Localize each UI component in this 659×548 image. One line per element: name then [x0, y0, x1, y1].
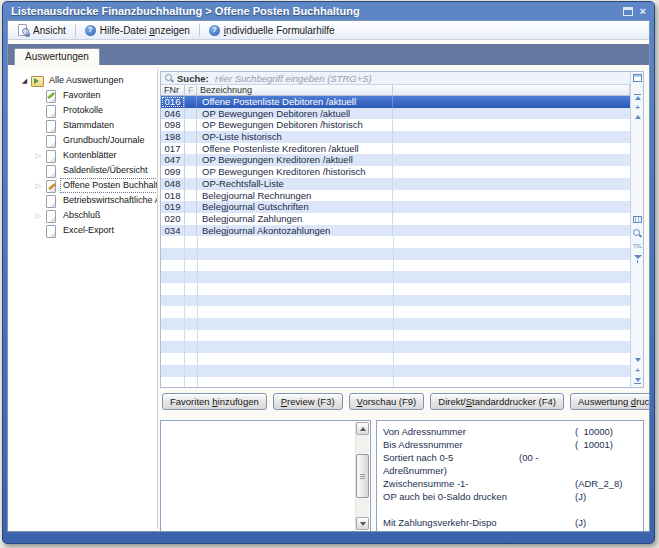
- info-line: [166, 447, 352, 459]
- list-header[interactable]: FNr F Bezeichnung: [161, 85, 630, 96]
- search-icon[interactable]: [632, 229, 643, 238]
- disclosure-icon[interactable]: [33, 148, 44, 163]
- list-row[interactable]: 020 Belegjournal Zahlungen: [161, 213, 630, 225]
- preview-button[interactable]: Preview (F3): [273, 393, 343, 410]
- move-down-icon[interactable]: +: [632, 368, 643, 374]
- empty-row: [161, 283, 630, 295]
- list-info-panel: [160, 420, 371, 531]
- cell-f: [185, 131, 197, 143]
- cell-empty: [393, 190, 630, 202]
- list-row[interactable]: 198 OP-Liste historisch: [161, 131, 630, 143]
- tree-item-label: Saldenliste/Übersicht: [61, 164, 150, 177]
- parameter-row: Adreßnummer): [383, 464, 637, 477]
- vorschau-button[interactable]: Vorschau (F9): [349, 393, 425, 410]
- cell-bezeichnung: OP Bewegungen Kreditoren /historisch: [197, 166, 393, 178]
- list-rows: 016 Offene Postenliste Debitoren /aktuel…: [161, 96, 630, 236]
- column-settings-icon[interactable]: [632, 216, 643, 223]
- cell-bezeichnung: OP Bewegungen Kreditoren /aktuell: [197, 154, 393, 166]
- corner-grid-icon[interactable]: [633, 74, 642, 82]
- cell-fnr: 034: [161, 225, 185, 237]
- cell-f: [185, 108, 197, 120]
- move-up-icon[interactable]: +: [632, 105, 643, 111]
- list-row[interactable]: 046 OP Bewegungen Debitoren /aktuell: [161, 108, 630, 120]
- tab-auswertungen[interactable]: Auswertungen: [14, 48, 100, 65]
- info-line: [166, 482, 352, 494]
- info-line: [166, 436, 352, 448]
- list-row[interactable]: 048 OP-Rechtsfall-Liste: [161, 178, 630, 190]
- tree-item[interactable]: Favoriten: [10, 88, 157, 103]
- filter-icon[interactable]: [632, 255, 643, 263]
- tree-item[interactable]: Abschluß: [10, 208, 157, 223]
- print-evaluation-button[interactable]: Auswertung drucken: [570, 393, 649, 410]
- toolbar-separator: [75, 24, 76, 37]
- direct-printer-button[interactable]: Direkt/Standarddrucker (F4): [430, 393, 564, 410]
- list-filler: [161, 236, 630, 388]
- column-header-fnr[interactable]: FNr: [161, 85, 185, 95]
- restore-window-icon[interactable]: [623, 7, 633, 16]
- list-row[interactable]: 034 Belegjournal Akontozahlungen: [161, 225, 630, 237]
- tree-item[interactable]: Stammdaten: [10, 118, 157, 133]
- disclosure-icon[interactable]: [33, 178, 44, 193]
- disclosure-icon[interactable]: [33, 208, 44, 223]
- search-bar[interactable]: Suche: Hier Suchbegriff eingeben (STRG+S…: [161, 72, 630, 85]
- tree-item[interactable]: Betriebswirtschaftliche Auswertungen: [10, 193, 157, 208]
- cell-f: [185, 119, 197, 131]
- parameter-row: [383, 503, 637, 516]
- evaluations-tree: Alle Auswertungen Favoriten Protokolle S…: [10, 69, 158, 529]
- tree-item[interactable]: Alle Auswertungen: [10, 73, 157, 88]
- individual-form-help-button[interactable]: ? individuelle Formularhilfe: [203, 24, 341, 37]
- parameter-value: (J): [575, 490, 586, 503]
- tree-item-label: Grundbuch/Journale: [61, 134, 147, 147]
- titlebar[interactable]: Listenausdrucke Finanzbuchhaltung > Offe…: [7, 2, 650, 20]
- cell-empty: [393, 119, 630, 131]
- disclosure-icon[interactable]: [19, 73, 30, 88]
- close-icon[interactable]: ×: [640, 6, 646, 16]
- arrow-down-icon[interactable]: [632, 358, 643, 362]
- list-row[interactable]: 017 Offene Postenliste Kreditoren /aktue…: [161, 143, 630, 155]
- column-header-f[interactable]: F: [185, 85, 197, 95]
- list-row[interactable]: 098 OP Bewegungen Debitoren /historisch: [161, 119, 630, 131]
- arrow-up-icon[interactable]: [632, 115, 643, 119]
- column-header-bezeichnung[interactable]: Bezeichnung: [197, 85, 393, 95]
- parameter-value: (J): [575, 516, 586, 529]
- parameter-value: (ADR_2_8): [575, 477, 623, 490]
- add-favorites-button[interactable]: Favoriten hinzufügen: [162, 393, 267, 410]
- empty-row: [161, 377, 630, 389]
- scroll-down-button[interactable]: [356, 517, 369, 530]
- cell-empty: [393, 166, 630, 178]
- cell-f: [185, 154, 197, 166]
- cell-bezeichnung: Belegjournal Zahlungen: [197, 213, 393, 225]
- scroll-to-bottom-icon[interactable]: [632, 378, 643, 384]
- list-row[interactable]: 018 Belegjournal Rechnungen: [161, 190, 630, 202]
- tree-item[interactable]: Saldenliste/Übersicht: [10, 163, 157, 178]
- list-info-text: [166, 424, 352, 531]
- scrollbar-thumb[interactable]: [356, 454, 369, 498]
- info-line: [166, 470, 352, 482]
- tree-item[interactable]: Offene Posten Buchhaltung: [10, 178, 157, 193]
- tree-item-label: Abschluß: [61, 209, 103, 222]
- list-row[interactable]: 047 OP Bewegungen Kreditoren /aktuell: [161, 154, 630, 166]
- txl-icon[interactable]: [632, 243, 643, 249]
- ansicht-button[interactable]: Ansicht: [11, 23, 72, 37]
- report-list-panel: Suche: Hier Suchbegriff eingeben (STRG+S…: [160, 71, 644, 388]
- list-row[interactable]: 019 Belegjournal Gutschriften: [161, 201, 630, 213]
- tree-item[interactable]: Kontenblätter: [10, 148, 157, 163]
- tree-item[interactable]: Protokolle: [10, 103, 157, 118]
- tree-item[interactable]: Excel-Export: [10, 223, 157, 238]
- parameter-label: Bis Adressnummer: [383, 438, 463, 451]
- window-title: Listenausdrucke Finanzbuchhaltung > Offe…: [11, 5, 623, 17]
- tree-item[interactable]: Grundbuch/Journale: [10, 133, 157, 148]
- scroll-to-top-icon[interactable]: [632, 94, 643, 100]
- info-scrollbar[interactable]: [355, 422, 369, 530]
- parameter-row: Sortiert nach 0-5 (00 -: [383, 451, 637, 464]
- tree-item-icon: [44, 195, 58, 207]
- tree-item-icon: [30, 75, 44, 87]
- help-file-button[interactable]: ? Hilfe-Datei anzeigen: [79, 24, 196, 37]
- list-row[interactable]: 016 Offene Postenliste Debitoren /aktuel…: [161, 96, 630, 108]
- cell-empty: [393, 131, 630, 143]
- scroll-up-button[interactable]: [356, 422, 369, 435]
- cell-empty: [393, 96, 630, 108]
- list-row[interactable]: 099 OP Bewegungen Kreditoren /historisch: [161, 166, 630, 178]
- tree-item-icon: [44, 120, 58, 132]
- search-placeholder: Hier Suchbegriff eingeben (STRG+S): [215, 73, 372, 84]
